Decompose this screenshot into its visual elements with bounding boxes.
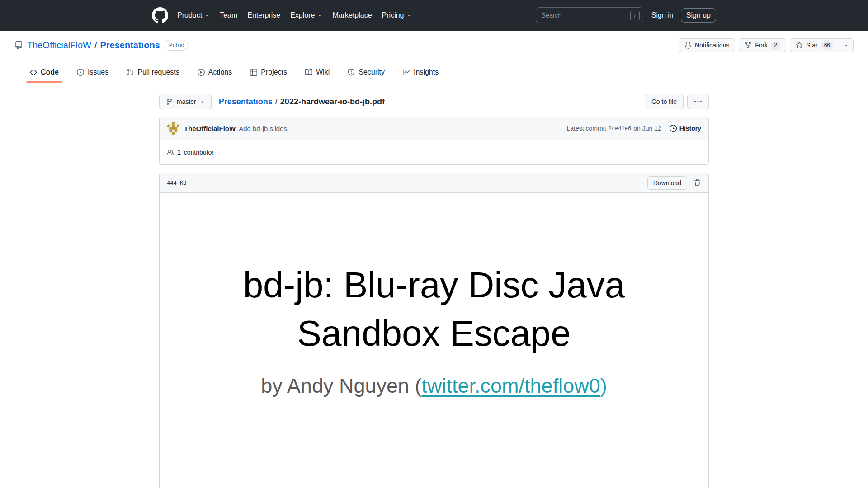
sign-up-button[interactable]: Sign up <box>681 8 716 23</box>
repo-owner-link[interactable]: TheOfficialFloW <box>27 40 91 51</box>
code-icon <box>30 69 37 76</box>
file-header: 444 KB Download <box>160 173 708 193</box>
pull-request-icon <box>127 69 134 76</box>
tab-insights[interactable]: Insights <box>399 61 442 83</box>
identicon <box>167 122 179 135</box>
repo-tab-nav: Code Issues Pull requests Actions Projec… <box>14 61 854 83</box>
tab-wiki[interactable]: Wiki <box>302 61 333 83</box>
issue-icon <box>77 69 84 76</box>
star-button[interactable]: Star 66 <box>790 38 839 52</box>
nav-pricing[interactable]: Pricing <box>382 11 412 19</box>
chevron-down-icon <box>317 13 322 18</box>
contributors-row: 1 contributor <box>160 140 708 164</box>
nav-team[interactable]: Team <box>220 11 237 19</box>
tab-code[interactable]: Code <box>26 61 62 83</box>
git-branch-icon <box>166 98 173 105</box>
download-button[interactable]: Download <box>647 176 687 190</box>
repo-name-link[interactable]: Presentations <box>100 40 160 51</box>
play-circle-icon <box>198 69 205 76</box>
pdf-title: bd-jb: Blu-ray Disc Java Sandbox Escape <box>160 193 708 357</box>
breadcrumb-separator: / <box>94 40 97 51</box>
chevron-down-icon <box>406 13 412 18</box>
star-count: 66 <box>821 41 833 50</box>
search-input[interactable] <box>536 7 643 23</box>
tab-issues[interactable]: Issues <box>73 61 112 83</box>
bell-icon <box>684 42 692 49</box>
repo-icon <box>14 41 23 49</box>
notifications-button[interactable]: Notifications <box>679 38 735 52</box>
tab-projects[interactable]: Projects <box>246 61 291 83</box>
shield-icon <box>348 69 355 76</box>
slash-key-hint: / <box>630 11 640 20</box>
file-content-box: 444 KB Download bd-jb: Blu-ray Disc Java… <box>159 173 709 488</box>
more-options-button[interactable] <box>687 94 709 109</box>
commit-hash-link[interactable]: 2ce41e6 <box>609 125 632 131</box>
nav-marketplace[interactable]: Marketplace <box>332 11 372 19</box>
graph-icon <box>403 69 410 76</box>
fork-count: 2 <box>771 41 780 50</box>
pdf-title-line1: bd-jb: Blu-ray Disc Java <box>160 261 708 309</box>
history-link[interactable]: History <box>670 125 701 132</box>
delete-file-button[interactable] <box>693 179 701 187</box>
commit-author-link[interactable]: TheOfficialFloW <box>184 125 236 132</box>
commit-date: on Jun 12 <box>633 125 661 132</box>
pdf-byline: by Andy Nguyen (twitter.com/theflow0) <box>160 374 708 398</box>
go-to-file-button[interactable]: Go to file <box>645 94 684 109</box>
visibility-badge: Public <box>165 40 189 51</box>
trash-icon <box>693 179 701 187</box>
star-button-group: Star 66 <box>790 38 854 52</box>
file-view-container: master Presentations / 2022-hardwear-io-… <box>159 94 709 488</box>
breadcrumb-separator: / <box>275 97 278 107</box>
repo-actions: Notifications Fork 2 Star 66 <box>679 38 854 52</box>
nav-enterprise[interactable]: Enterprise <box>247 11 280 19</box>
fork-icon <box>745 42 752 49</box>
github-mark-icon <box>152 7 168 23</box>
commit-meta: Latest commit 2ce41e6 on Jun 12 History <box>567 125 701 132</box>
breadcrumb-file-name: 2022-hardwear-io-bd-jb.pdf <box>280 97 385 107</box>
chevron-down-icon <box>204 13 210 18</box>
fork-button[interactable]: Fork 2 <box>739 38 786 52</box>
star-dropdown-button[interactable] <box>839 38 854 52</box>
pdf-twitter-link[interactable]: twitter.com/theflow0 <box>422 374 600 397</box>
book-icon <box>305 69 312 76</box>
contributor-label: contributor <box>184 149 214 156</box>
people-icon <box>167 149 174 156</box>
tab-pull-requests[interactable]: Pull requests <box>123 61 183 83</box>
file-size: 444 KB <box>167 180 186 186</box>
header-nav: Product Team Enterprise Explore Marketpl… <box>177 11 412 19</box>
history-icon <box>670 125 677 132</box>
search-input-wrapper: / <box>536 7 643 23</box>
nav-product[interactable]: Product <box>177 11 210 19</box>
repo-header: TheOfficialFloW / Presentations Public N… <box>0 31 868 83</box>
kebab-horizontal-icon <box>694 98 702 105</box>
sign-in-link[interactable]: Sign in <box>651 11 674 19</box>
github-logo[interactable] <box>152 7 168 23</box>
branch-selector[interactable]: master <box>159 94 212 109</box>
contributors-link[interactable]: 1 contributor <box>167 149 214 156</box>
chevron-down-icon <box>200 99 205 104</box>
commit-header: TheOfficialFloW Add bd-jb slides. Latest… <box>160 117 708 140</box>
chevron-down-icon <box>844 42 849 48</box>
breadcrumb: TheOfficialFloW / Presentations Public N… <box>14 38 854 52</box>
pdf-preview: bd-jb: Blu-ray Disc Java Sandbox Escape … <box>160 193 708 488</box>
file-nav-row: master Presentations / 2022-hardwear-io-… <box>159 94 709 109</box>
pdf-byline-prefix: by Andy Nguyen ( <box>261 374 421 397</box>
latest-commit-label: Latest commit <box>567 125 606 132</box>
pdf-byline-suffix: ) <box>600 374 607 397</box>
tab-actions[interactable]: Actions <box>194 61 236 83</box>
latest-commit-box: TheOfficialFloW Add bd-jb slides. Latest… <box>159 117 709 165</box>
star-icon <box>796 42 803 49</box>
github-header: Product Team Enterprise Explore Marketpl… <box>0 0 868 31</box>
commit-message-link[interactable]: Add bd-jb slides. <box>239 125 289 132</box>
pdf-title-line2: Sandbox Escape <box>160 309 708 357</box>
breadcrumb-repo-link[interactable]: Presentations <box>219 97 273 107</box>
contributor-count: 1 <box>177 149 181 156</box>
nav-explore[interactable]: Explore <box>290 11 322 19</box>
avatar[interactable] <box>167 122 179 135</box>
file-breadcrumb: Presentations / 2022-hardwear-io-bd-jb.p… <box>219 97 385 107</box>
tab-security[interactable]: Security <box>344 61 388 83</box>
table-icon <box>250 69 257 76</box>
